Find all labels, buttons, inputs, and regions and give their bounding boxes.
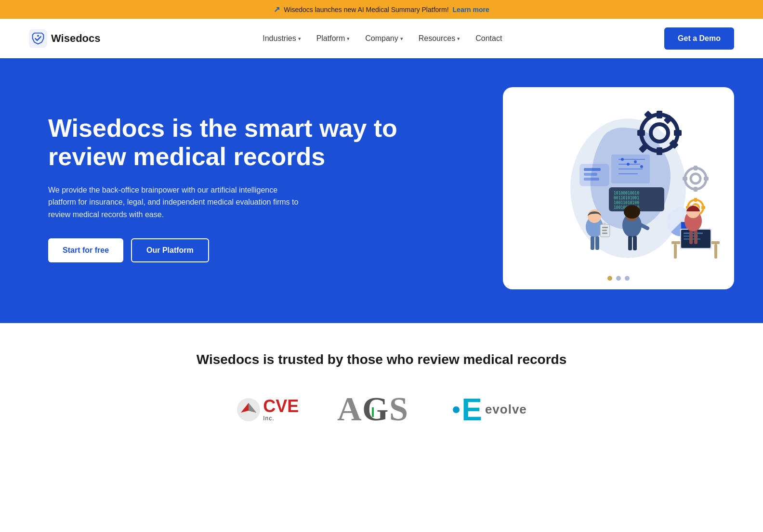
svg-rect-46 bbox=[591, 236, 594, 250]
hero-buttons: Start for free Our Platform bbox=[48, 238, 474, 262]
svg-rect-35 bbox=[694, 198, 697, 202]
start-free-button[interactable]: Start for free bbox=[48, 238, 123, 262]
svg-rect-32 bbox=[683, 177, 687, 181]
ags-logo: A G S bbox=[337, 390, 414, 428]
carousel-dots bbox=[607, 276, 630, 281]
svg-point-27 bbox=[685, 168, 706, 189]
logos-row: CVE Inc. A G S E evolve bbox=[19, 390, 744, 428]
nav-item-company[interactable]: Company ▾ bbox=[365, 34, 403, 43]
svg-rect-50 bbox=[602, 230, 607, 231]
nav-item-platform[interactable]: Platform ▾ bbox=[316, 34, 350, 43]
evolve-logo: E evolve bbox=[453, 394, 527, 425]
svg-rect-19 bbox=[657, 111, 662, 118]
announcement-text: Wisedocs launches new AI Medical Summary… bbox=[284, 6, 448, 13]
announcement-link[interactable]: Learn more bbox=[453, 6, 489, 13]
svg-rect-56 bbox=[628, 236, 632, 250]
svg-point-11 bbox=[640, 165, 643, 168]
hero-headline: Wisedocs is the smart way to review medi… bbox=[48, 114, 474, 170]
hero-svg: 10100010010 00110101001 10011010100 1001… bbox=[517, 102, 720, 275]
nav-item-industries[interactable]: Industries ▾ bbox=[263, 34, 301, 43]
hero-illustration-card: 10100010010 00110101001 10011010100 1001… bbox=[503, 87, 734, 289]
logo-icon bbox=[29, 29, 47, 48]
svg-rect-57 bbox=[633, 236, 637, 250]
evolve-dot bbox=[453, 406, 460, 413]
svg-rect-75 bbox=[372, 407, 374, 417]
svg-text:10011010100: 10011010100 bbox=[614, 201, 639, 205]
svg-text:A: A bbox=[337, 390, 363, 427]
hero-text-block: Wisedocs is the smart way to review medi… bbox=[48, 114, 474, 262]
svg-text:S: S bbox=[389, 390, 408, 427]
logo[interactable]: Wisedocs bbox=[29, 29, 101, 48]
our-platform-button[interactable]: Our Platform bbox=[131, 238, 209, 262]
svg-rect-69 bbox=[689, 231, 693, 244]
svg-point-8 bbox=[621, 158, 624, 161]
svg-text:G: G bbox=[362, 390, 388, 427]
ai-illustration: 10100010010 00110101001 10011010100 1001… bbox=[517, 102, 720, 275]
hero-section: Wisedocs is the smart way to review medi… bbox=[0, 58, 763, 323]
evolve-text: evolve bbox=[485, 402, 527, 417]
svg-rect-20 bbox=[657, 147, 662, 155]
svg-rect-47 bbox=[595, 236, 599, 250]
logo-text: Wisedocs bbox=[51, 32, 101, 45]
nav-item-contact[interactable]: Contact bbox=[475, 34, 502, 43]
svg-rect-51 bbox=[602, 233, 607, 234]
chevron-down-icon: ▾ bbox=[347, 36, 350, 42]
nav-menu: Industries ▾ Platform ▾ Company ▾ Resour… bbox=[263, 34, 502, 43]
cve-inc-label: Inc. bbox=[263, 415, 274, 422]
hero-subtext: We provide the back-office brainpower wi… bbox=[48, 184, 299, 221]
svg-rect-21 bbox=[674, 130, 682, 136]
chevron-down-icon: ▾ bbox=[298, 36, 301, 42]
get-demo-button[interactable]: Get a Demo bbox=[664, 27, 734, 50]
svg-rect-37 bbox=[701, 206, 705, 209]
announcement-icon: ↗ bbox=[274, 5, 280, 14]
svg-point-9 bbox=[627, 163, 630, 166]
svg-text:10100010010: 10100010010 bbox=[614, 191, 639, 195]
svg-rect-42 bbox=[584, 173, 597, 176]
svg-point-55 bbox=[624, 205, 640, 219]
evolve-e-letter: E bbox=[461, 394, 482, 425]
svg-rect-43 bbox=[584, 178, 599, 181]
svg-rect-0 bbox=[29, 29, 47, 48]
cve-logo: CVE Inc. bbox=[236, 397, 299, 422]
navbar: Wisedocs Industries ▾ Platform ▾ Company… bbox=[0, 19, 763, 58]
carousel-dot-2[interactable] bbox=[616, 276, 621, 281]
trusted-section: Wisedocs is trusted by those who review … bbox=[0, 323, 763, 453]
svg-rect-30 bbox=[694, 187, 697, 192]
svg-rect-22 bbox=[637, 130, 645, 136]
evolve-e-group: E bbox=[453, 394, 482, 425]
svg-rect-29 bbox=[694, 166, 697, 170]
carousel-dot-3[interactable] bbox=[625, 276, 630, 281]
chevron-down-icon: ▾ bbox=[400, 36, 403, 42]
svg-point-10 bbox=[634, 160, 637, 163]
svg-rect-49 bbox=[602, 227, 608, 228]
chevron-down-icon: ▾ bbox=[457, 36, 460, 42]
svg-text:00110101001: 00110101001 bbox=[614, 196, 639, 200]
svg-point-1 bbox=[37, 35, 39, 37]
trusted-headline: Wisedocs is trusted by those who review … bbox=[19, 352, 744, 367]
cve-label: CVE bbox=[263, 398, 299, 415]
svg-point-52 bbox=[603, 222, 606, 225]
ags-svg: A G S bbox=[337, 390, 414, 427]
cve-text: CVE Inc. bbox=[263, 398, 299, 422]
cve-icon-svg bbox=[236, 397, 261, 422]
announcement-bar: ↗ Wisedocs launches new AI Medical Summa… bbox=[0, 0, 763, 19]
svg-rect-41 bbox=[584, 168, 601, 171]
svg-rect-31 bbox=[704, 177, 709, 181]
svg-rect-64 bbox=[684, 233, 703, 234]
svg-rect-60 bbox=[674, 244, 677, 259]
svg-point-28 bbox=[691, 174, 700, 183]
svg-rect-70 bbox=[694, 231, 697, 244]
carousel-dot-active[interactable] bbox=[607, 276, 612, 281]
nav-item-resources[interactable]: Resources ▾ bbox=[419, 34, 460, 43]
svg-rect-61 bbox=[714, 244, 717, 259]
